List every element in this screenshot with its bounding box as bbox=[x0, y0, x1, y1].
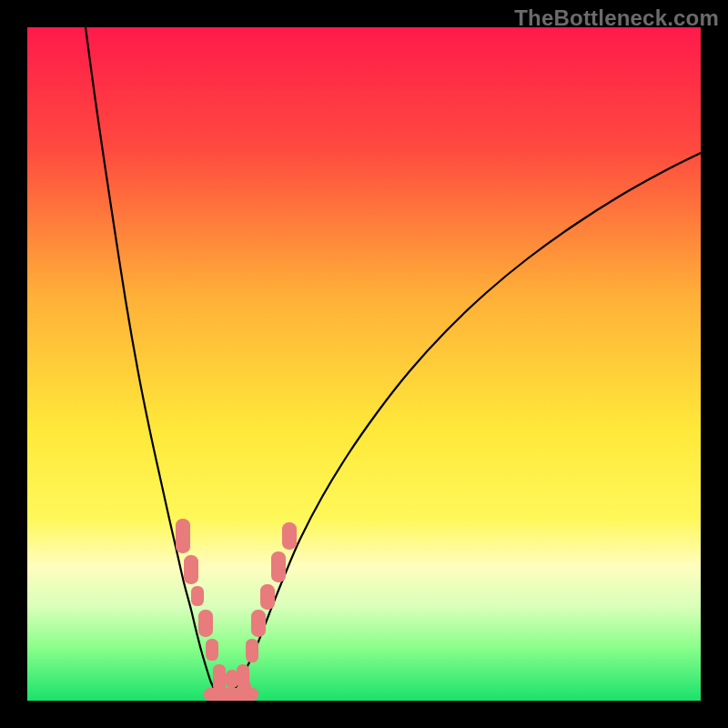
curves-layer bbox=[27, 27, 701, 701]
marker bbox=[198, 610, 213, 637]
marker bbox=[176, 519, 190, 553]
watermark-text: TheBottleneck.com bbox=[514, 5, 719, 31]
frame: TheBottleneck.com bbox=[0, 0, 728, 728]
marker bbox=[246, 639, 258, 662]
marker bbox=[213, 664, 226, 692]
plot-area bbox=[27, 27, 701, 701]
marker bbox=[251, 610, 266, 637]
marker bbox=[271, 551, 286, 582]
marker bbox=[260, 584, 275, 610]
marker bbox=[226, 670, 238, 688]
right-curve bbox=[224, 153, 701, 701]
marker bbox=[206, 639, 218, 661]
marker bbox=[191, 586, 204, 606]
marker-cluster bbox=[176, 519, 297, 701]
marker bbox=[282, 522, 297, 550]
marker bbox=[184, 555, 198, 584]
marker bbox=[238, 681, 251, 693]
